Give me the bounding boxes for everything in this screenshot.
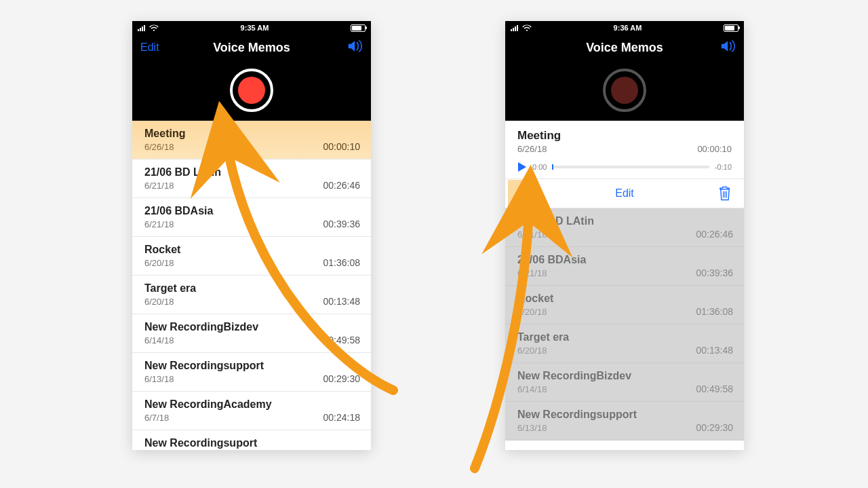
memo-row[interactable]: New RecordingBizdev6/14/1800:49:58 bbox=[132, 314, 371, 353]
phone-right: 9:36 AM Voice Memos Meeting 6/26/18 00:0… bbox=[505, 21, 744, 450]
record-button[interactable] bbox=[603, 69, 646, 112]
memo-date: 6/20/18 bbox=[517, 307, 547, 317]
memo-action-bar: Edit bbox=[505, 179, 744, 208]
memo-row[interactable]: New Recordingsupport6/13/1800:29:30 bbox=[132, 353, 371, 392]
status-bar: 9:35 AM bbox=[132, 21, 371, 35]
memo-list[interactable]: Meeting6/26/1800:00:1021/06 BD LAtin6/21… bbox=[132, 121, 371, 450]
speaker-icon[interactable] bbox=[721, 40, 736, 56]
memo-row[interactable]: Target era6/20/1800:13:48 bbox=[505, 324, 744, 363]
memo-date: 6/20/18 bbox=[517, 345, 547, 356]
nav-bar: Voice Memos bbox=[505, 35, 744, 60]
record-area bbox=[505, 60, 744, 121]
selected-memo[interactable]: Meeting 6/26/18 00:00:10 0:00 -0:10 bbox=[505, 121, 744, 179]
wifi-icon bbox=[522, 24, 532, 31]
memo-row[interactable]: New RecordingBizdev6/14/1800:49:58 bbox=[505, 363, 744, 402]
memo-date: 6/13/18 bbox=[144, 374, 174, 384]
memo-title: New Recordingsuport bbox=[144, 437, 257, 449]
memo-date: 6/13/18 bbox=[517, 423, 547, 433]
memo-row[interactable]: Meeting6/26/1800:00:10 bbox=[132, 121, 371, 159]
memo-date: 6/14/18 bbox=[144, 335, 174, 345]
memo-title: New Recordingsupport bbox=[144, 360, 264, 372]
elapsed-time: 0:00 bbox=[532, 163, 547, 171]
memo-duration: 00:49:58 bbox=[323, 335, 361, 345]
share-button[interactable] bbox=[508, 180, 535, 207]
selected-memo-title: Meeting bbox=[517, 129, 732, 143]
memo-title: Rocket bbox=[517, 293, 553, 305]
nav-bar: Edit Voice Memos bbox=[132, 35, 371, 60]
memo-row[interactable]: 21/06 BD LAtin6/21/1800:26:46 bbox=[505, 208, 744, 247]
wifi-icon bbox=[149, 24, 159, 31]
memo-duration: 00:24:18 bbox=[323, 412, 361, 423]
memo-row[interactable]: Target era6/20/1800:13:48 bbox=[132, 276, 371, 314]
memo-row[interactable]: New Recordingsuport bbox=[132, 430, 371, 450]
status-bar: 9:36 AM bbox=[505, 21, 744, 35]
speaker-icon[interactable] bbox=[348, 40, 363, 56]
selected-memo-duration: 00:00:10 bbox=[697, 144, 732, 154]
memo-duration: 00:29:30 bbox=[323, 373, 361, 384]
memo-date: 6/7/18 bbox=[144, 413, 169, 423]
memo-row[interactable]: New RecordingAcademy6/7/1800:24:18 bbox=[132, 392, 371, 430]
memo-title: 21/06 BDAsia bbox=[144, 205, 213, 217]
edit-memo-button[interactable]: Edit bbox=[505, 187, 744, 200]
memo-title: 21/06 BD LAtin bbox=[517, 215, 594, 227]
status-time: 9:35 AM bbox=[159, 24, 351, 32]
memo-duration: 00:39:36 bbox=[323, 219, 361, 229]
edit-button[interactable]: Edit bbox=[140, 41, 159, 54]
memo-title: Meeting bbox=[144, 128, 185, 140]
memo-title: 21/06 BD LAtin bbox=[144, 166, 221, 179]
record-button[interactable] bbox=[230, 69, 273, 112]
memo-row[interactable]: 21/06 BDAsia6/21/1800:39:36 bbox=[132, 198, 371, 237]
memo-duration: 00:26:46 bbox=[696, 229, 734, 240]
battery-icon bbox=[351, 24, 366, 32]
memo-title: New RecordingAcademy bbox=[144, 398, 272, 411]
memo-title: New RecordingBizdev bbox=[144, 321, 258, 333]
scrubber-thumb[interactable] bbox=[552, 164, 553, 170]
memo-row[interactable]: 21/06 BD LAtin6/21/1800:26:46 bbox=[132, 159, 371, 198]
memo-date: 6/26/18 bbox=[144, 142, 174, 152]
record-area bbox=[132, 60, 371, 121]
memo-row[interactable]: Rocket6/20/1801:36:08 bbox=[505, 286, 744, 324]
remaining-time: -0:10 bbox=[715, 163, 732, 171]
memo-duration: 00:13:48 bbox=[696, 345, 734, 356]
page-title: Voice Memos bbox=[546, 41, 703, 55]
playback-bar: 0:00 -0:10 bbox=[517, 162, 732, 172]
scrubber-track[interactable] bbox=[552, 166, 709, 168]
memo-duration: 00:00:10 bbox=[323, 141, 361, 152]
memo-date: 6/20/18 bbox=[144, 297, 174, 307]
memo-row[interactable]: 21/06 BDAsia6/21/1800:39:36 bbox=[505, 247, 744, 286]
memo-duration: 00:49:58 bbox=[696, 383, 734, 394]
battery-icon bbox=[724, 24, 738, 32]
memo-duration: 01:36:08 bbox=[696, 306, 734, 317]
play-icon[interactable] bbox=[517, 162, 527, 172]
memo-title: New RecordingBizdev bbox=[517, 370, 631, 382]
memo-duration: 00:39:36 bbox=[696, 267, 734, 278]
memo-list[interactable]: 21/06 BD LAtin6/21/1800:26:4621/06 BDAsi… bbox=[505, 208, 744, 440]
memo-row[interactable]: New Recordingsupport6/13/1800:29:30 bbox=[505, 402, 744, 440]
memo-title: Target era bbox=[517, 331, 569, 343]
memo-title: Rocket bbox=[144, 244, 180, 256]
page-title: Voice Memos bbox=[173, 41, 330, 55]
cellular-signal-icon bbox=[511, 25, 518, 31]
cellular-signal-icon bbox=[138, 25, 145, 31]
memo-duration: 00:26:46 bbox=[323, 180, 361, 191]
memo-date: 6/21/18 bbox=[517, 268, 547, 278]
memo-duration: 01:36:08 bbox=[323, 257, 361, 268]
share-icon bbox=[515, 186, 528, 201]
memo-duration: 00:13:48 bbox=[323, 296, 361, 307]
selected-memo-date: 6/26/18 bbox=[517, 144, 547, 154]
memo-date: 6/21/18 bbox=[144, 181, 174, 191]
memo-row[interactable]: Rocket6/20/1801:36:08 bbox=[132, 237, 371, 276]
memo-title: 21/06 BDAsia bbox=[517, 254, 586, 266]
memo-duration: 00:29:30 bbox=[696, 422, 734, 433]
memo-title: New Recordingsupport bbox=[517, 409, 637, 421]
memo-date: 6/21/18 bbox=[144, 219, 174, 229]
memo-date: 6/14/18 bbox=[517, 384, 547, 394]
memo-title: Target era bbox=[144, 282, 196, 295]
phone-left: 9:35 AM Edit Voice Memos Meeting6/26/180… bbox=[132, 21, 371, 450]
delete-button[interactable] bbox=[718, 186, 732, 201]
status-time: 9:36 AM bbox=[532, 24, 724, 32]
memo-date: 6/20/18 bbox=[144, 258, 174, 268]
memo-date: 6/21/18 bbox=[517, 229, 547, 240]
